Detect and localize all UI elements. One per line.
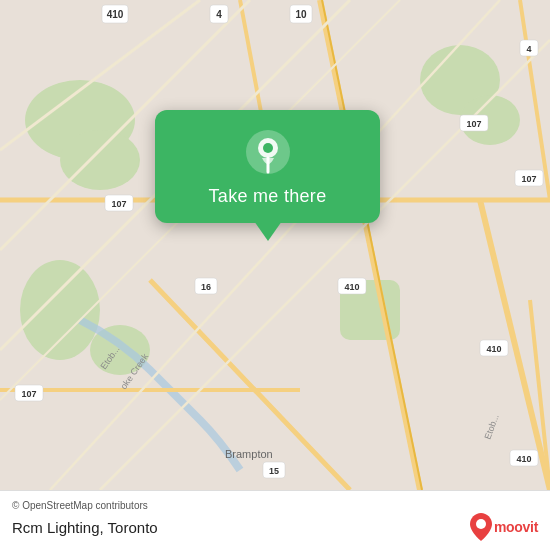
moovit-pin-icon [470, 513, 492, 541]
take-me-there-button[interactable]: Take me there [209, 186, 327, 207]
svg-point-57 [476, 519, 486, 529]
svg-text:410: 410 [107, 9, 124, 20]
svg-text:15: 15 [269, 466, 279, 476]
popup-card[interactable]: Take me there [155, 110, 380, 223]
svg-text:10: 10 [295, 9, 307, 20]
copyright-text: © OpenStreetMap contributors [12, 500, 538, 511]
map-container: 410 4 10 107 107 107 16 410 107 4 410 [0, 0, 550, 490]
location-pin-icon [244, 128, 292, 176]
svg-point-2 [60, 130, 140, 190]
bottom-bar: © OpenStreetMap contributors Rcm Lightin… [0, 490, 550, 550]
svg-text:410: 410 [516, 454, 531, 464]
svg-text:4: 4 [216, 9, 222, 20]
svg-text:107: 107 [466, 119, 481, 129]
svg-text:410: 410 [486, 344, 501, 354]
svg-text:107: 107 [21, 389, 36, 399]
svg-point-5 [20, 260, 100, 360]
svg-text:107: 107 [111, 199, 126, 209]
location-label: Rcm Lighting, Toronto [12, 519, 158, 536]
svg-text:107: 107 [521, 174, 536, 184]
svg-text:4: 4 [526, 44, 531, 54]
moovit-text: moovit [494, 519, 538, 535]
moovit-logo: moovit [470, 513, 538, 541]
svg-text:Brampton: Brampton [225, 448, 273, 460]
svg-text:16: 16 [201, 282, 211, 292]
svg-point-56 [263, 143, 273, 153]
svg-text:410: 410 [344, 282, 359, 292]
map-svg: 410 4 10 107 107 107 16 410 107 4 410 [0, 0, 550, 490]
